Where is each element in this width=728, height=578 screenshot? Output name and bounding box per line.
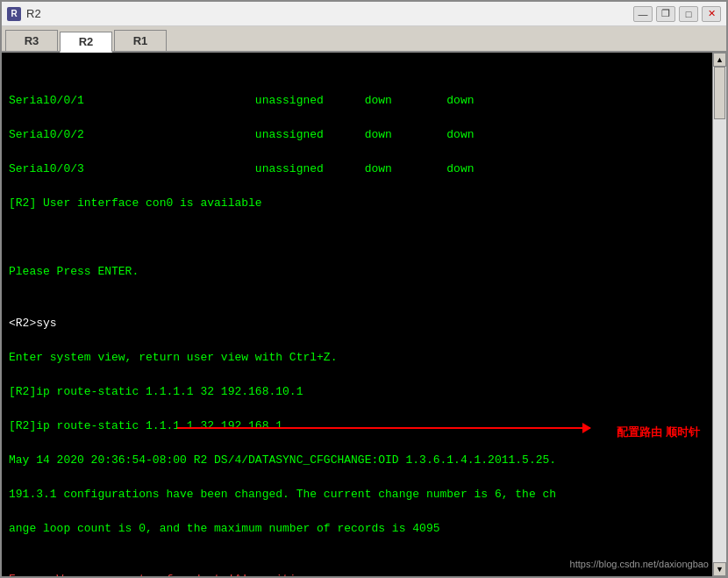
terminal-line: [R2] User interface con0 is available bbox=[9, 195, 705, 212]
scrollbar[interactable]: ▲ ▼ bbox=[712, 53, 726, 576]
terminal-line: Please Press ENTER. bbox=[9, 263, 705, 281]
tab-r2[interactable]: R2 bbox=[60, 32, 112, 53]
minimize-button[interactable]: — bbox=[633, 6, 653, 22]
terminal-line: [R2]ip route-static 1.1.1.1 32 192.168.1 bbox=[9, 417, 705, 435]
app-icon: R bbox=[7, 7, 21, 21]
terminal-container: Serial0/0/1 unassigned down down Serial0… bbox=[2, 53, 726, 576]
terminal-line: Serial0/0/1 unassigned down down bbox=[9, 92, 705, 110]
terminal-line: Enter system view, return user view with… bbox=[9, 349, 705, 367]
terminal-line: [R2]ip route-static 1.1.1.1 32 192.168.1… bbox=[9, 383, 705, 401]
scroll-up-button[interactable]: ▲ bbox=[713, 53, 726, 67]
maximize-button[interactable]: □ bbox=[679, 6, 698, 22]
scrollbar-track[interactable] bbox=[713, 67, 726, 562]
title-controls: — ❐ □ ✕ bbox=[633, 6, 721, 22]
tabs-bar: R3 R2 R1 bbox=[2, 26, 726, 53]
restore-button[interactable]: ❐ bbox=[656, 6, 675, 22]
tab-r1[interactable]: R1 bbox=[114, 30, 167, 51]
app-icon-label: R bbox=[11, 9, 17, 18]
terminal-line: 191.3.1 configurations have been changed… bbox=[9, 486, 705, 503]
terminal-line: ange loop count is 0, and the maximum nu… bbox=[9, 520, 705, 538]
main-window: R R2 — ❐ □ ✕ R3 R2 R1 Serial0/0/1 unassi… bbox=[0, 0, 728, 578]
tab-r3[interactable]: R3 bbox=[5, 30, 58, 51]
terminal-line: Serial0/0/3 unassigned down down bbox=[9, 161, 705, 178]
terminal-output[interactable]: Serial0/0/1 unassigned down down Serial0… bbox=[2, 53, 712, 576]
terminal-line: Serial0/0/2 unassigned down down bbox=[9, 126, 705, 144]
terminal-line: <R2>sys bbox=[9, 315, 705, 332]
title-bar: R R2 — ❐ □ ✕ bbox=[2, 2, 726, 26]
scroll-down-button[interactable]: ▼ bbox=[713, 562, 726, 576]
close-button[interactable]: ✕ bbox=[702, 6, 721, 22]
terminal-line: May 14 2020 20:36:54-08:00 R2 DS/4/DATAS… bbox=[9, 452, 705, 469]
scrollbar-thumb[interactable] bbox=[714, 67, 725, 119]
terminal-line: Error: Wrong parameter found at '^' posi… bbox=[9, 571, 705, 576]
window-title: R2 bbox=[26, 7, 633, 20]
